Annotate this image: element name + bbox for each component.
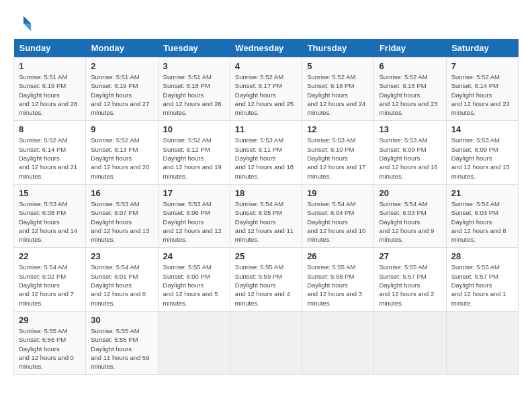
day-number: 10	[163, 124, 225, 134]
weekday-header-wednesday: Wednesday	[230, 39, 302, 58]
calendar-week-2: 8 Sunrise: 5:52 AM Sunset: 6:14 PM Dayli…	[14, 121, 519, 184]
weekday-header-tuesday: Tuesday	[158, 39, 230, 58]
calendar-table: SundayMondayTuesdayWednesdayThursdayFrid…	[13, 39, 519, 375]
day-number: 20	[379, 188, 441, 198]
calendar-cell	[374, 311, 446, 374]
day-info: Sunrise: 5:55 AM Sunset: 5:59 PM Dayligh…	[235, 263, 297, 307]
day-number: 29	[19, 315, 81, 325]
calendar-cell: 3 Sunrise: 5:51 AM Sunset: 6:18 PM Dayli…	[158, 58, 230, 121]
day-number: 25	[235, 251, 297, 261]
calendar-cell: 28 Sunrise: 5:55 AM Sunset: 5:57 PM Dayl…	[446, 248, 518, 311]
day-info: Sunrise: 5:55 AM Sunset: 5:56 PM Dayligh…	[19, 326, 81, 371]
calendar-cell: 7 Sunrise: 5:52 AM Sunset: 6:14 PM Dayli…	[446, 58, 518, 121]
calendar-cell: 23 Sunrise: 5:54 AM Sunset: 6:01 PM Dayl…	[86, 248, 158, 311]
calendar-cell: 26 Sunrise: 5:55 AM Sunset: 5:58 PM Dayl…	[302, 248, 374, 311]
day-number: 12	[307, 124, 369, 134]
svg-marker-2	[24, 24, 31, 31]
calendar-cell: 10 Sunrise: 5:52 AM Sunset: 6:12 PM Dayl…	[158, 121, 230, 184]
calendar-cell: 30 Sunrise: 5:55 AM Sunset: 5:55 PM Dayl…	[86, 311, 158, 374]
day-number: 30	[91, 315, 152, 325]
day-info: Sunrise: 5:55 AM Sunset: 5:57 PM Dayligh…	[379, 263, 441, 307]
day-number: 28	[451, 251, 513, 261]
calendar-week-1: 1 Sunrise: 5:51 AM Sunset: 6:19 PM Dayli…	[14, 58, 519, 121]
calendar-cell: 5 Sunrise: 5:52 AM Sunset: 6:16 PM Dayli…	[302, 58, 374, 121]
header-row: SundayMondayTuesdayWednesdayThursdayFrid…	[14, 39, 519, 58]
day-info: Sunrise: 5:55 AM Sunset: 5:55 PM Dayligh…	[91, 326, 152, 371]
calendar-cell: 8 Sunrise: 5:52 AM Sunset: 6:14 PM Dayli…	[14, 121, 86, 184]
day-info: Sunrise: 5:55 AM Sunset: 6:00 PM Dayligh…	[163, 263, 225, 307]
day-info: Sunrise: 5:53 AM Sunset: 6:07 PM Dayligh…	[91, 199, 152, 244]
calendar-cell: 14 Sunrise: 5:53 AM Sunset: 6:09 PM Dayl…	[446, 121, 518, 184]
day-info: Sunrise: 5:52 AM Sunset: 6:16 PM Dayligh…	[307, 73, 369, 117]
day-info: Sunrise: 5:54 AM Sunset: 6:04 PM Dayligh…	[307, 199, 369, 244]
day-number: 7	[451, 61, 513, 71]
calendar-cell: 22 Sunrise: 5:54 AM Sunset: 6:02 PM Dayl…	[14, 248, 86, 311]
day-info: Sunrise: 5:51 AM Sunset: 6:19 PM Dayligh…	[19, 73, 81, 117]
calendar-cell: 20 Sunrise: 5:54 AM Sunset: 6:03 PM Dayl…	[374, 184, 446, 247]
calendar-cell: 13 Sunrise: 5:53 AM Sunset: 6:09 PM Dayl…	[374, 121, 446, 184]
day-number: 15	[19, 188, 81, 198]
day-number: 24	[163, 251, 225, 261]
calendar-cell: 2 Sunrise: 5:51 AM Sunset: 6:19 PM Dayli…	[86, 58, 158, 121]
day-info: Sunrise: 5:53 AM Sunset: 6:11 PM Dayligh…	[235, 136, 297, 180]
day-number: 17	[163, 188, 225, 198]
day-info: Sunrise: 5:54 AM Sunset: 6:05 PM Dayligh…	[235, 199, 297, 244]
day-info: Sunrise: 5:54 AM Sunset: 6:03 PM Dayligh…	[379, 199, 441, 244]
logo-icon	[13, 13, 32, 32]
day-number: 19	[307, 188, 369, 198]
calendar-cell	[158, 311, 230, 374]
day-number: 23	[91, 251, 152, 261]
weekday-header-monday: Monday	[86, 39, 158, 58]
page-header	[13, 13, 519, 32]
day-number: 6	[379, 61, 441, 71]
day-number: 14	[451, 124, 513, 134]
day-number: 5	[307, 61, 369, 71]
day-number: 18	[235, 188, 297, 198]
calendar-cell: 15 Sunrise: 5:53 AM Sunset: 6:08 PM Dayl…	[14, 184, 86, 247]
weekday-header-saturday: Saturday	[446, 39, 518, 58]
day-info: Sunrise: 5:52 AM Sunset: 6:15 PM Dayligh…	[379, 73, 441, 117]
day-info: Sunrise: 5:53 AM Sunset: 6:06 PM Dayligh…	[163, 199, 225, 244]
day-number: 1	[19, 61, 81, 71]
day-number: 4	[235, 61, 297, 71]
day-info: Sunrise: 5:54 AM Sunset: 6:01 PM Dayligh…	[91, 263, 152, 307]
calendar-cell: 29 Sunrise: 5:55 AM Sunset: 5:56 PM Dayl…	[14, 311, 86, 374]
day-info: Sunrise: 5:53 AM Sunset: 6:09 PM Dayligh…	[379, 136, 441, 180]
day-info: Sunrise: 5:52 AM Sunset: 6:17 PM Dayligh…	[235, 73, 297, 117]
calendar-header: SundayMondayTuesdayWednesdayThursdayFrid…	[14, 39, 519, 58]
calendar-week-3: 15 Sunrise: 5:53 AM Sunset: 6:08 PM Dayl…	[14, 184, 519, 247]
calendar-cell: 16 Sunrise: 5:53 AM Sunset: 6:07 PM Dayl…	[86, 184, 158, 247]
day-info: Sunrise: 5:53 AM Sunset: 6:08 PM Dayligh…	[19, 199, 81, 244]
day-info: Sunrise: 5:52 AM Sunset: 6:12 PM Dayligh…	[163, 136, 225, 180]
day-number: 11	[235, 124, 297, 134]
calendar-cell	[230, 311, 302, 374]
calendar-cell: 11 Sunrise: 5:53 AM Sunset: 6:11 PM Dayl…	[230, 121, 302, 184]
day-info: Sunrise: 5:52 AM Sunset: 6:14 PM Dayligh…	[19, 136, 81, 180]
calendar-cell: 18 Sunrise: 5:54 AM Sunset: 6:05 PM Dayl…	[230, 184, 302, 247]
logo	[13, 13, 35, 32]
calendar-cell: 21 Sunrise: 5:54 AM Sunset: 6:03 PM Dayl…	[446, 184, 518, 247]
calendar-cell: 17 Sunrise: 5:53 AM Sunset: 6:06 PM Dayl…	[158, 184, 230, 247]
svg-marker-1	[24, 16, 31, 24]
calendar-cell: 27 Sunrise: 5:55 AM Sunset: 5:57 PM Dayl…	[374, 248, 446, 311]
calendar-cell	[446, 311, 518, 374]
calendar-cell: 6 Sunrise: 5:52 AM Sunset: 6:15 PM Dayli…	[374, 58, 446, 121]
day-info: Sunrise: 5:55 AM Sunset: 5:58 PM Dayligh…	[307, 263, 369, 307]
calendar-cell: 25 Sunrise: 5:55 AM Sunset: 5:59 PM Dayl…	[230, 248, 302, 311]
weekday-header-friday: Friday	[374, 39, 446, 58]
weekday-header-sunday: Sunday	[14, 39, 86, 58]
day-info: Sunrise: 5:51 AM Sunset: 6:18 PM Dayligh…	[163, 73, 225, 117]
day-info: Sunrise: 5:55 AM Sunset: 5:57 PM Dayligh…	[451, 263, 513, 307]
day-number: 21	[451, 188, 513, 198]
day-number: 3	[163, 61, 225, 71]
calendar-cell	[302, 311, 374, 374]
day-info: Sunrise: 5:51 AM Sunset: 6:19 PM Dayligh…	[91, 73, 152, 117]
calendar-cell: 19 Sunrise: 5:54 AM Sunset: 6:04 PM Dayl…	[302, 184, 374, 247]
calendar-week-5: 29 Sunrise: 5:55 AM Sunset: 5:56 PM Dayl…	[14, 311, 519, 374]
calendar-cell: 12 Sunrise: 5:53 AM Sunset: 6:10 PM Dayl…	[302, 121, 374, 184]
day-number: 26	[307, 251, 369, 261]
day-number: 16	[91, 188, 152, 198]
day-number: 2	[91, 61, 152, 71]
day-info: Sunrise: 5:53 AM Sunset: 6:10 PM Dayligh…	[307, 136, 369, 180]
day-info: Sunrise: 5:53 AM Sunset: 6:09 PM Dayligh…	[451, 136, 513, 180]
